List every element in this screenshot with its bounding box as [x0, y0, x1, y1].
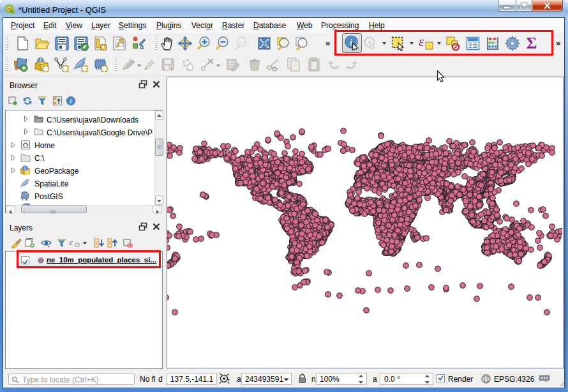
svg-text:a: a [140, 43, 144, 50]
svg-text:✱: ✱ [42, 64, 49, 73]
svg-text:ε: ε [70, 237, 73, 247]
svg-text:1:1: 1:1 [239, 40, 245, 45]
svg-text:i: i [70, 98, 72, 105]
svg-text:✱: ✱ [81, 64, 87, 73]
svg-text:✱: ✱ [101, 64, 107, 73]
svg-text:✱: ✱ [62, 64, 68, 73]
svg-text:✱: ✱ [187, 63, 193, 71]
